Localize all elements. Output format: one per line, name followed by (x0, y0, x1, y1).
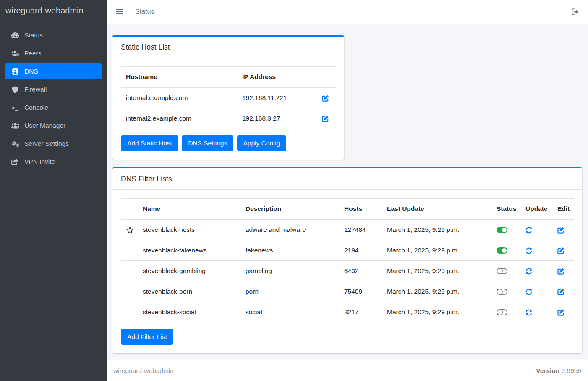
topbar: Status (107, 0, 588, 24)
footer-brand: wireguard-webadmin (113, 367, 174, 375)
favorite-star-icon (126, 226, 134, 234)
sync-icon[interactable] (525, 268, 532, 275)
sidebar-item-server-settings[interactable]: Server Settings (5, 136, 102, 152)
card-title: Static Host List (112, 37, 344, 58)
hosts-cell: 6432 (339, 261, 382, 281)
col-ip: IP Address (237, 67, 317, 88)
col-description: Description (240, 199, 339, 220)
name-cell: stevenblack-hosts (138, 219, 240, 240)
content-area: Static Host List Hostname IP Address int… (107, 24, 588, 360)
edit-icon[interactable] (557, 226, 564, 234)
last-update-cell: March 1, 2025, 9:29 p.m. (382, 219, 491, 240)
dns-filter-lists-card: DNS Filter Lists Name Description Hosts … (112, 167, 582, 353)
sync-icon[interactable] (525, 309, 532, 316)
description-cell: fakenews (240, 240, 339, 261)
last-update-cell: March 1, 2025, 9:29 p.m. (382, 302, 491, 323)
terminal-icon: >_ (9, 105, 21, 110)
sync-icon[interactable] (525, 227, 532, 234)
sidebar-item-label: VPN Invite (24, 158, 55, 166)
last-update-cell: March 1, 2025, 9:29 p.m. (382, 261, 491, 281)
sidebar-item-status[interactable]: Status (5, 27, 102, 43)
name-cell: stevenblack-social (138, 302, 240, 323)
tachometer-icon (9, 32, 21, 39)
card-title: DNS Filter Lists (112, 168, 582, 190)
status-toggle-on-icon[interactable] (497, 247, 507, 254)
version-value: 0.9959 (562, 367, 581, 374)
status-toggle-on-icon[interactable] (497, 227, 507, 233)
share-icon (9, 158, 21, 165)
edit-icon[interactable] (557, 288, 564, 295)
table-row: stevenblack-hosts adware and malware 127… (121, 219, 574, 240)
edit-icon[interactable] (557, 247, 564, 254)
table-row: stevenblack-porn porn 75409 March 1, 202… (121, 281, 574, 302)
address-book-icon (9, 68, 21, 75)
edit-icon[interactable] (322, 95, 329, 102)
hamburger-icon[interactable] (116, 9, 123, 14)
hostname-cell: internal2.example.com (121, 108, 237, 129)
edit-icon[interactable] (557, 268, 564, 275)
sign-out-icon[interactable] (572, 8, 579, 15)
col-star (121, 199, 138, 220)
description-cell: social (240, 302, 339, 323)
last-update-cell: March 1, 2025, 9:29 p.m. (382, 281, 491, 302)
col-update: Update (520, 199, 552, 220)
topbar-link-status[interactable]: Status (135, 8, 154, 16)
col-name: Name (138, 199, 240, 220)
col-hosts: Hosts (339, 199, 382, 220)
col-hostname: Hostname (121, 67, 237, 88)
sidebar-item-firewall[interactable]: Firewall (5, 81, 102, 97)
sidebar-item-peers[interactable]: Peers (5, 45, 102, 61)
sidebar-item-vpn-invite[interactable]: VPN Invite (5, 154, 102, 170)
main-column: Status Static Host List Hostname IP Addr… (107, 0, 588, 381)
apply-config-button[interactable]: Apply Config (237, 135, 287, 151)
users-cog-icon (9, 50, 21, 57)
col-status: Status (491, 199, 520, 220)
ip-cell: 192.168.3.27 (237, 108, 317, 129)
footer: wireguard-webadmin Version 0.9959 (107, 360, 588, 381)
last-update-cell: March 1, 2025, 9:29 p.m. (382, 240, 491, 261)
sidebar-item-dns[interactable]: DNS (5, 63, 102, 79)
hosts-cell: 3217 (339, 302, 382, 323)
sync-icon[interactable] (525, 289, 532, 295)
sync-icon[interactable] (525, 247, 532, 254)
dns-settings-button[interactable]: DNS Settings (182, 135, 233, 151)
description-cell: adware and malware (240, 219, 339, 240)
static-host-list-card: Static Host List Hostname IP Address int… (112, 35, 344, 160)
shield-icon (9, 86, 21, 93)
sidebar-item-label: User Manager (24, 122, 65, 129)
name-cell: stevenblack-gambling (138, 261, 240, 281)
sidebar-item-label: Status (24, 32, 43, 39)
table-row: stevenblack-fakenews fakenews 2194 March… (121, 240, 574, 261)
description-cell: porn (240, 281, 339, 302)
name-cell: stevenblack-fakenews (138, 240, 240, 261)
status-toggle-off-icon[interactable] (497, 309, 507, 315)
filter-lists-table: Name Description Hosts Last Update Statu… (121, 198, 574, 322)
add-static-host-button[interactable]: Add Static Host (121, 135, 178, 151)
col-last-update: Last Update (382, 199, 491, 220)
brand-title[interactable]: wireguard-webadmin (0, 0, 107, 21)
sidebar-item-user-manager[interactable]: User Manager (5, 118, 102, 134)
edit-icon[interactable] (557, 309, 564, 316)
status-toggle-off-icon[interactable] (497, 289, 507, 295)
hosts-cell: 2194 (339, 240, 382, 261)
status-toggle-off-icon[interactable] (497, 268, 507, 274)
name-cell: stevenblack-porn (138, 281, 240, 302)
hosts-cell: 75409 (339, 281, 382, 302)
description-cell: gambling (240, 261, 339, 281)
sidebar-item-label: Peers (24, 50, 42, 57)
users-icon (9, 122, 21, 129)
sidebar-item-label: Server Settings (24, 140, 69, 147)
table-row: internal.example.com 192.168.11.221 (121, 87, 336, 108)
sidebar-item-label: Console (24, 104, 48, 111)
version-label: Version (536, 367, 559, 374)
edit-icon[interactable] (322, 115, 329, 122)
col-edit: Edit (552, 199, 574, 220)
sidebar-item-console[interactable]: >_ Console (5, 100, 102, 116)
table-row: stevenblack-social social 3217 March 1, … (121, 302, 574, 323)
sidebar-item-label: Firewall (24, 86, 47, 93)
add-filter-list-button[interactable]: Add Filter List (121, 329, 173, 345)
table-row: internal2.example.com 192.168.3.27 (121, 108, 336, 129)
footer-version: Version 0.9959 (536, 367, 581, 375)
table-row: stevenblack-gambling gambling 6432 March… (121, 261, 574, 281)
hostname-cell: internal.example.com (121, 87, 237, 108)
